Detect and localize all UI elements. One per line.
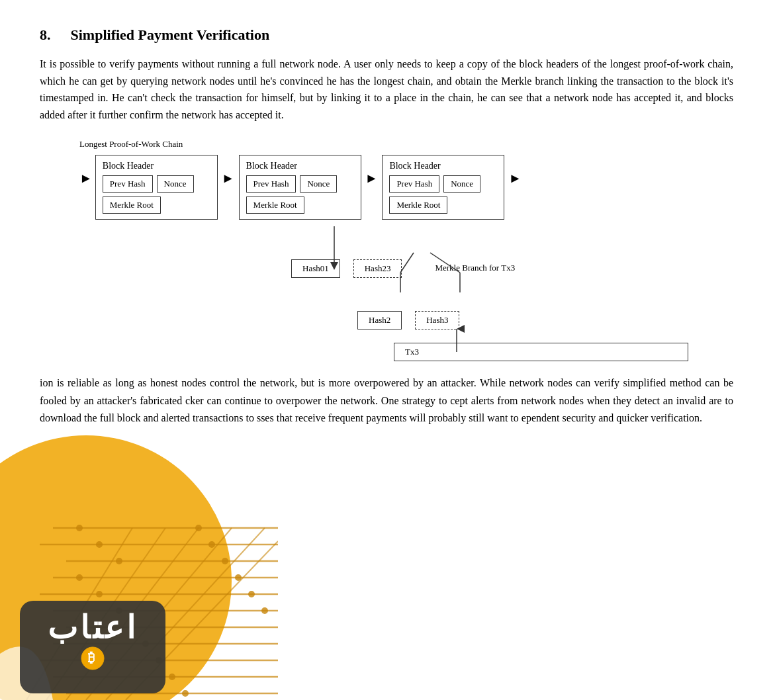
svg-line-40 — [46, 528, 165, 700]
block-1-nonce: Nonce — [157, 175, 194, 193]
block-1-top-row: Prev Hash Nonce — [103, 175, 210, 193]
intro-paragraph: It is possible to verify payments withou… — [40, 56, 733, 123]
block-3-title: Block Header — [389, 161, 497, 171]
svg-point-33 — [195, 525, 202, 531]
hash-row-2: Hash2 Hash3 — [357, 311, 688, 329]
block-1: Block Header Prev Hash Nonce Merkle Root — [95, 155, 218, 220]
block-3: Block Header Prev Hash Nonce Merkle Root — [382, 155, 504, 220]
block-2-title: Block Header — [246, 161, 354, 171]
block-1-merkle-row: Merkle Root — [103, 197, 210, 214]
bottom-paragraph: ion is reliable as long as honest nodes … — [40, 374, 733, 427]
section-heading: 8. Simplified Payment Verification — [40, 26, 733, 44]
svg-line-42 — [86, 528, 232, 700]
hash-diagram: Hash01 Hash23 Merkle Branch for Tx3 Hash… — [291, 226, 688, 361]
svg-point-10 — [0, 435, 232, 700]
diagram-area: Longest Proof-of-Work Chain ► Block Head… — [40, 139, 733, 361]
svg-text:₿: ₿ — [88, 650, 97, 665]
svg-point-35 — [222, 558, 228, 564]
hash-row-1: Hash01 Hash23 Merkle Branch for Tx3 — [291, 226, 688, 278]
svg-point-37 — [248, 591, 255, 597]
section-number: 8. — [40, 26, 51, 44]
tx3-row: Tx3 — [394, 343, 688, 361]
svg-line-39 — [26, 528, 132, 700]
block-3-nonce: Nonce — [443, 175, 480, 193]
block-1-merkle-root: Merkle Root — [103, 197, 161, 214]
svg-point-23 — [96, 541, 103, 548]
svg-line-44 — [126, 541, 278, 700]
tx3-box: Tx3 — [394, 343, 688, 361]
block-3-merkle-row: Merkle Root — [389, 197, 497, 214]
hash23-box: Hash23 — [353, 259, 402, 278]
block-3-prev-hash: Prev Hash — [389, 175, 439, 193]
svg-point-30 — [156, 657, 162, 664]
svg-point-31 — [169, 674, 175, 680]
block-2-nonce: Nonce — [300, 175, 337, 193]
svg-point-46 — [81, 647, 104, 670]
logo-text-line1: اعتاب — [26, 612, 159, 644]
logo-bitcoin-icon: ₿ — [26, 646, 159, 674]
section-title: Simplified Payment Verification — [71, 26, 270, 44]
svg-point-28 — [129, 624, 136, 631]
svg-point-36 — [235, 574, 242, 581]
trailing-arrow: ► — [504, 171, 522, 186]
block-2-merkle-row: Merkle Root — [246, 197, 354, 214]
svg-point-32 — [182, 690, 189, 697]
block-2-merkle-root: Merkle Root — [246, 197, 304, 214]
svg-point-27 — [116, 607, 122, 614]
bottom-text-content: ion is reliable as long as honest nodes … — [40, 377, 733, 423]
svg-line-43 — [106, 528, 265, 700]
block-1-prev-hash: Prev Hash — [103, 175, 153, 193]
block-2-top-row: Prev Hash Nonce — [246, 175, 354, 193]
svg-point-25 — [76, 574, 83, 581]
svg-rect-45 — [20, 601, 165, 693]
svg-point-26 — [96, 591, 103, 597]
block-2: Block Header Prev Hash Nonce Merkle Root — [239, 155, 361, 220]
arrow-2-3: ► — [361, 171, 383, 186]
entry-arrow: ► — [79, 171, 95, 186]
merkle-branch-label: Merkle Branch for Tx3 — [435, 263, 515, 278]
hash2-box: Hash2 — [357, 311, 402, 329]
svg-point-34 — [208, 541, 215, 548]
block-chain-diagram: ► Block Header Prev Hash Nonce Merkle Ro… — [79, 155, 733, 220]
svg-point-24 — [116, 558, 122, 564]
block-3-top-row: Prev Hash Nonce — [389, 175, 497, 193]
hash01-box: Hash01 — [291, 259, 340, 278]
block-2-prev-hash: Prev Hash — [246, 175, 296, 193]
logo-overlay: اعتاب ₿ — [26, 612, 159, 674]
svg-point-22 — [76, 525, 83, 531]
block-3-merkle-root: Merkle Root — [389, 197, 447, 214]
arrow-1-2: ► — [218, 171, 239, 186]
page-container: 8. Simplified Payment Verification It is… — [0, 0, 773, 454]
hash3-box: Hash3 — [415, 311, 459, 329]
block-1-title: Block Header — [103, 161, 210, 171]
svg-point-38 — [261, 607, 268, 614]
svg-line-41 — [66, 528, 199, 700]
svg-point-29 — [142, 640, 149, 647]
chain-label: Longest Proof-of-Work Chain — [79, 139, 733, 150]
